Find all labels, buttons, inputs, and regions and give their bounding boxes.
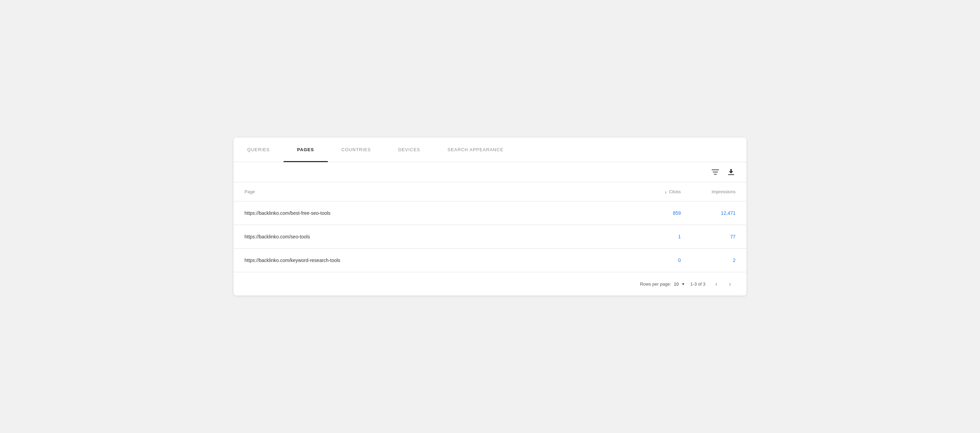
download-icon[interactable] [727, 167, 735, 177]
prev-page-button[interactable]: ‹ [711, 279, 722, 289]
tab-search-appearance[interactable]: SEARCH APPEARANCE [434, 137, 517, 162]
tab-queries[interactable]: QUERIES [234, 137, 283, 162]
row-page-0[interactable]: https://backlinko.com/best-free-seo-tool… [245, 210, 626, 216]
rows-per-page-label: Rows per page: [640, 282, 671, 287]
table-row: https://backlinko.com/best-free-seo-tool… [234, 201, 746, 225]
next-page-button[interactable]: › [725, 279, 735, 289]
tabs-container: QUERIES PAGES COUNTRIES DEVICES SEARCH A… [234, 137, 746, 162]
page-nav: ‹ › [711, 279, 735, 289]
row-impressions-1: 77 [681, 234, 735, 239]
col-header-impressions: Impressions [681, 189, 735, 194]
pagination: Rows per page: 10 ▼ 1-3 of 3 ‹ › [234, 272, 746, 296]
rows-per-page-chevron[interactable]: ▼ [681, 282, 685, 286]
row-clicks-2: 0 [626, 258, 681, 263]
tab-pages[interactable]: PAGES [283, 137, 328, 162]
sort-arrow-icon: ↓ [665, 189, 667, 194]
row-clicks-0: 859 [626, 210, 681, 216]
svg-rect-3 [728, 174, 734, 175]
rows-per-page: Rows per page: 10 ▼ [640, 282, 684, 287]
main-card: QUERIES PAGES COUNTRIES DEVICES SEARCH A… [234, 137, 746, 296]
toolbar [234, 162, 746, 182]
table-row: https://backlinko.com/keyword-research-t… [234, 248, 746, 272]
row-page-1[interactable]: https://backlinko.com/seo-tools [245, 234, 626, 239]
row-page-2[interactable]: https://backlinko.com/keyword-research-t… [245, 258, 626, 263]
rows-per-page-value: 10 [674, 282, 679, 287]
table-body: https://backlinko.com/best-free-seo-tool… [234, 201, 746, 272]
row-impressions-2: 2 [681, 258, 735, 263]
col-header-clicks[interactable]: ↓ Clicks [626, 189, 681, 194]
row-impressions-0: 12,471 [681, 210, 735, 216]
col-header-page: Page [245, 189, 626, 194]
filter-icon[interactable] [711, 167, 720, 177]
page-range: 1-3 of 3 [690, 282, 705, 287]
table-header: Page ↓ Clicks Impressions [234, 182, 746, 201]
table-row: https://backlinko.com/seo-tools 1 77 [234, 225, 746, 248]
tab-countries[interactable]: COUNTRIES [328, 137, 385, 162]
row-clicks-1: 1 [626, 234, 681, 239]
tab-devices[interactable]: DEVICES [384, 137, 434, 162]
